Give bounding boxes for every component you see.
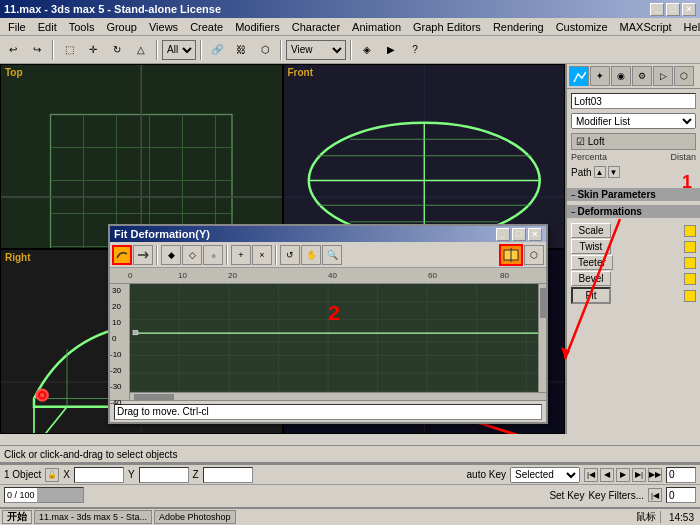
undo-button[interactable]: ↩ [2, 39, 24, 61]
play-btn[interactable]: ▶ [616, 468, 630, 482]
deform-insert-btn[interactable]: + [231, 245, 251, 265]
dialog-canvas[interactable]: 2 [130, 284, 546, 400]
deformations-header[interactable]: – Deformations [567, 205, 700, 218]
menu-views[interactable]: Views [143, 20, 184, 34]
panel-tab-motion[interactable]: ▷ [653, 66, 673, 86]
menu-character[interactable]: Character [286, 20, 346, 34]
deform-corner-btn[interactable]: ◇ [182, 245, 202, 265]
menu-group[interactable]: Group [100, 20, 143, 34]
z-field[interactable] [203, 467, 253, 483]
deformations-label: Deformations [577, 206, 641, 217]
select-button[interactable]: ⬚ [58, 39, 80, 61]
path-up-btn[interactable]: ▲ [594, 166, 606, 178]
dialog-title-bar[interactable]: Fit Deformation(Y) _ □ × [110, 226, 546, 242]
loft-entry[interactable]: ☑ Loft [571, 133, 696, 150]
all-dropdown[interactable]: All [162, 40, 196, 60]
menu-file[interactable]: File [2, 20, 32, 34]
render-button[interactable]: ▶ [380, 39, 402, 61]
y-mark-10: 10 [112, 318, 121, 327]
menu-help[interactable]: Help [678, 20, 700, 34]
unlink-button[interactable]: ⛓ [230, 39, 252, 61]
scale-button[interactable]: Scale [571, 223, 611, 238]
dialog-close[interactable]: × [528, 228, 542, 241]
taskbar-item-3dsmax[interactable]: 11.max - 3ds max 5 - Sta... [34, 510, 152, 524]
top-viewport-grid [1, 65, 282, 249]
panel-tab-create[interactable]: ✦ [590, 66, 610, 86]
redo-button[interactable]: ↪ [26, 39, 48, 61]
panel-tab-utils[interactable]: ⚙ [632, 66, 652, 86]
dialog-maximize[interactable]: □ [512, 228, 526, 241]
rotate-button[interactable]: ↻ [106, 39, 128, 61]
dialog-status-input[interactable] [114, 404, 542, 420]
dialog-hscrollbar[interactable] [130, 392, 546, 400]
taskbar-3dsmax-label: 11.max - 3ds max 5 - Sta... [39, 512, 147, 522]
next-frame-btn[interactable]: ▶| [632, 468, 646, 482]
start-button[interactable]: 开始 [2, 510, 32, 524]
teeter-button[interactable]: Teeter [571, 255, 613, 270]
playback-controls: |◀ ◀ ▶ ▶| ▶▶ [584, 468, 662, 482]
progress-track[interactable] [37, 488, 83, 502]
modifier-list-dropdown[interactable]: Modifier List [571, 113, 696, 129]
minimize-button[interactable]: _ [650, 3, 664, 16]
selected-dropdown[interactable]: Selected [510, 467, 580, 483]
time-field[interactable]: 0 [666, 467, 696, 483]
path-down-btn[interactable]: ▼ [608, 166, 620, 178]
panel-tab-modify[interactable] [569, 66, 589, 86]
deform-fit-active-btn[interactable] [499, 244, 523, 266]
panel-tab-display[interactable]: ◉ [611, 66, 631, 86]
loft-checkbox[interactable]: ☑ [576, 136, 585, 147]
frame-field[interactable]: 0 [666, 487, 696, 503]
y-field[interactable] [139, 467, 189, 483]
deform-delete-btn[interactable]: × [252, 245, 272, 265]
dialog-minimize[interactable]: _ [496, 228, 510, 241]
lock-icon[interactable]: 🔒 [45, 468, 59, 482]
dialog-hscrollbar-thumb[interactable] [134, 394, 174, 400]
deform-point-btn[interactable]: ◆ [161, 245, 181, 265]
object-name-input[interactable] [571, 93, 696, 109]
next-key-btn[interactable]: ▶▶ [648, 468, 662, 482]
prev-frame-btn[interactable]: ◀ [600, 468, 614, 482]
menu-customize[interactable]: Customize [550, 20, 614, 34]
dialog-vscrollbar-thumb[interactable] [540, 288, 546, 318]
material-button[interactable]: ◈ [356, 39, 378, 61]
link-button[interactable]: 🔗 [206, 39, 228, 61]
skin-params-header[interactable]: – Skin Parameters [567, 188, 700, 201]
menu-animation[interactable]: Animation [346, 20, 407, 34]
deform-reset-btn[interactable]: ↺ [280, 245, 300, 265]
x-field[interactable] [74, 467, 124, 483]
panel-tab-hierarchy[interactable]: ⬡ [674, 66, 694, 86]
bind-button[interactable]: ⬡ [254, 39, 276, 61]
deform-zoom-btn[interactable]: 🔍 [322, 245, 342, 265]
menu-modifiers[interactable]: Modifiers [229, 20, 286, 34]
deform-pan-btn[interactable]: ✋ [301, 245, 321, 265]
deform-extra-btn[interactable]: ⬡ [524, 245, 544, 265]
close-button[interactable]: × [682, 3, 696, 16]
taskbar-item-photoshop[interactable]: Adobe Photoshop [154, 510, 236, 524]
menu-tools[interactable]: Tools [63, 20, 101, 34]
menu-rendering[interactable]: Rendering [487, 20, 550, 34]
bevel-button[interactable]: Bevel [571, 271, 611, 286]
view-dropdown[interactable]: View [286, 40, 346, 60]
twist-button[interactable]: Twist [571, 239, 611, 254]
progress-text: 0 / 100 [5, 490, 37, 500]
maximize-button[interactable]: □ [666, 3, 680, 16]
dialog-vscrollbar[interactable] [538, 284, 546, 392]
viewport-top[interactable]: Top [0, 64, 283, 249]
deform-active-btn[interactable] [112, 245, 132, 265]
scale-button[interactable]: △ [130, 39, 152, 61]
skin-params-collapse[interactable]: – [571, 190, 575, 199]
deform-btn-2[interactable] [133, 245, 153, 265]
move-button[interactable]: ✛ [82, 39, 104, 61]
deformations-collapse[interactable]: – [571, 207, 575, 216]
prev-key-btn[interactable]: |◀ [584, 468, 598, 482]
viewport-front[interactable]: Front [283, 64, 566, 249]
help-button[interactable]: ? [404, 39, 426, 61]
clock: 14:53 [665, 512, 698, 523]
menu-maxscript[interactable]: MAXScript [614, 20, 678, 34]
menu-edit[interactable]: Edit [32, 20, 63, 34]
menu-create[interactable]: Create [184, 20, 229, 34]
menu-graph-editors[interactable]: Graph Editors [407, 20, 487, 34]
deform-bezier-btn[interactable]: ⬦ [203, 245, 223, 265]
fit-button[interactable]: Fit [571, 287, 611, 304]
path-label: Path [571, 167, 592, 178]
